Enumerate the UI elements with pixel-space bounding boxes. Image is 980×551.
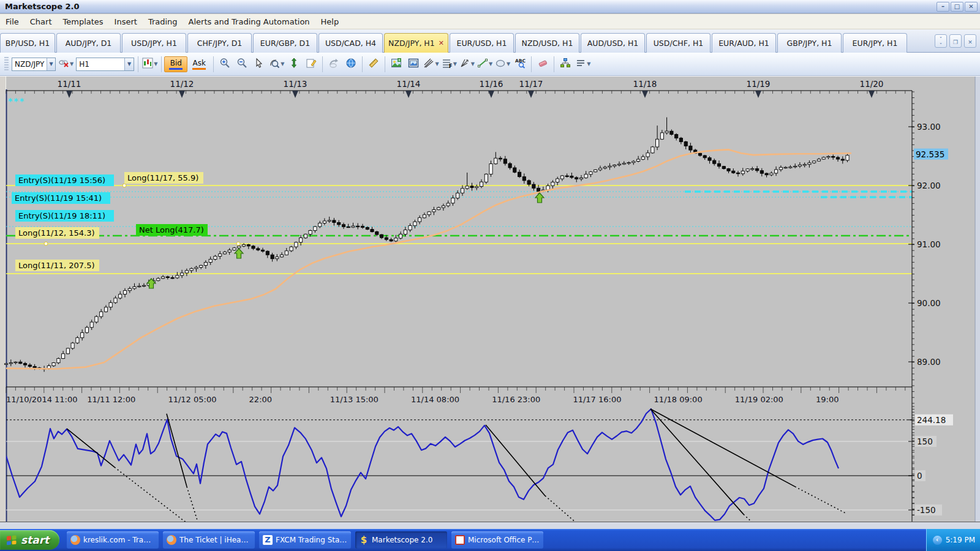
menu-bar: FileChartTemplatesInsertTradingAlerts an… <box>0 14 980 29</box>
line-anchor-icon[interactable] <box>44 242 48 246</box>
task-marketscope-2-0[interactable]: $Marketscope 2.0 <box>355 531 447 549</box>
tab-scroll-icon[interactable]: ˅˅ <box>935 34 947 48</box>
unlink-button[interactable]: ▼ <box>58 56 74 72</box>
date-label: 11/20 <box>860 79 884 89</box>
tab-bp-usd-h1[interactable]: BP/USD, H1 <box>0 33 55 53</box>
trendline-button[interactable]: ▼ <box>477 56 493 72</box>
chevron-down-icon[interactable]: ▼ <box>47 58 55 70</box>
trade-label-text: Entry(S)(11/19 15:41) <box>15 193 102 203</box>
price-tick-label: 89.00 <box>917 357 941 367</box>
menu-insert[interactable]: Insert <box>109 15 143 28</box>
toolbar-separator <box>385 56 385 72</box>
chevron-down-icon[interactable]: ▼ <box>471 61 475 67</box>
tab-close-icon[interactable]: ✕ <box>439 39 444 47</box>
tab-eur-jpy-h1[interactable]: EUR/JPY, H1 <box>843 33 907 53</box>
start-button[interactable]: start <box>0 530 59 550</box>
maximize-button[interactable]: □ <box>951 2 963 12</box>
symbol-select-value: NZD/JPY <box>12 60 47 69</box>
menu-chart[interactable]: Chart <box>24 15 58 28</box>
chevron-down-icon[interactable]: ▼ <box>124 58 134 70</box>
tab-eur-usd-h1[interactable]: EUR/USD, H1 <box>450 33 514 53</box>
time-tick-label: 11/10/2014 11:00 <box>6 395 78 404</box>
toolbar-grip[interactable] <box>4 57 9 72</box>
tab-aud-usd-h1[interactable]: AUD/USD, H1 <box>581 33 645 53</box>
chevron-down-icon[interactable]: ▼ <box>587 61 590 67</box>
chevron-down-icon[interactable]: ▼ <box>154 61 157 67</box>
symbol-select[interactable]: NZD/JPY▼ <box>12 58 56 71</box>
title-bar[interactable]: Marketscope 2.0 –□✕ <box>0 0 980 13</box>
tab-usd-cad-h4[interactable]: USD/CAD, H4 <box>318 33 383 53</box>
ellipse-button[interactable]: ▼ <box>494 56 511 72</box>
menu-templates[interactable]: Templates <box>58 15 109 28</box>
globe-button[interactable] <box>343 56 359 72</box>
tab-extra-buttons: ˅˅❐✕ <box>935 34 976 48</box>
annotate-button[interactable] <box>303 56 319 72</box>
tab-label: USD/JPY, H1 <box>131 39 177 48</box>
line-anchor-icon[interactable] <box>236 242 240 246</box>
tab-chf-jpy-d1[interactable]: CHF/JPY, D1 <box>187 33 252 53</box>
zoom-box-button[interactable]: ▼ <box>268 56 285 72</box>
tray-collapse-icon[interactable]: ‹ <box>933 536 942 545</box>
time-tick-label: 11/16 23:00 <box>492 395 540 404</box>
chevron-down-icon[interactable]: ▼ <box>489 61 492 67</box>
structure-button[interactable] <box>557 56 573 72</box>
menu-help[interactable]: Help <box>315 15 345 28</box>
tab-label: NZD/JPY, H1 <box>388 39 435 48</box>
close-button[interactable]: ✕ <box>965 2 978 12</box>
chart-svg[interactable]: 11/1111/1211/1311/1411/1611/1711/1811/19… <box>0 76 980 522</box>
list-button[interactable]: ▼ <box>575 56 591 72</box>
arrow-fork-button[interactable]: ▼ <box>459 56 475 72</box>
ruler-button[interactable] <box>366 56 382 72</box>
zoom-in-button[interactable] <box>217 56 233 72</box>
restore-chart-icon[interactable]: ❐ <box>949 34 962 48</box>
close-chart-icon[interactable]: ✕ <box>964 34 976 48</box>
window-left-edge <box>0 76 6 522</box>
trade-label-text: Long(11/12, 154.3) <box>18 228 95 238</box>
tab-usd-jpy-h1[interactable]: USD/JPY, H1 <box>122 33 186 53</box>
task-kreslik-com-traders-[interactable]: kreslik.com - Traders ... <box>67 531 159 549</box>
fibonacci-icon: F <box>442 58 453 71</box>
ruler-icon <box>368 58 379 71</box>
pitchfork-button[interactable]: ▼ <box>423 56 439 72</box>
menu-alerts-and-trading-automation[interactable]: Alerts and Trading Automation <box>183 15 315 28</box>
tab-eur-gbp-d1[interactable]: EUR/GBP, D1 <box>253 33 317 53</box>
tab-usd-chf-h1[interactable]: USD/CHF, H1 <box>646 33 710 53</box>
toolbar-separator <box>138 56 138 72</box>
time-tick-label: 11/19 02:00 <box>735 395 783 404</box>
chart-type-button[interactable]: ▼ <box>141 56 158 72</box>
ask-button[interactable]: Ask <box>187 56 211 72</box>
text-abc-button[interactable]: ABC <box>512 56 528 72</box>
chart-area[interactable]: 11/1111/1211/1311/1411/1611/1711/1811/19… <box>0 76 980 522</box>
task-label: kreslik.com - Traders ... <box>83 536 155 544</box>
pitchfork-icon <box>423 58 434 71</box>
image-frame-button[interactable] <box>405 56 421 72</box>
chevron-down-icon[interactable]: ▼ <box>70 61 74 67</box>
fit-vertical-button[interactable] <box>286 56 302 72</box>
fibonacci-button[interactable]: F▼ <box>441 56 458 72</box>
period-select[interactable]: H1▼ <box>76 58 134 71</box>
time-tick-label: 11/13 15:00 <box>330 395 379 404</box>
tab-nzd-usd-h1[interactable]: NZD/USD, H1 <box>515 33 579 53</box>
redo-eye-button[interactable] <box>326 56 342 72</box>
tab-aud-jpy-d1[interactable]: AUD/JPY, D1 <box>56 33 121 53</box>
date-label: 11/11 <box>58 79 81 89</box>
chevron-down-icon[interactable]: ▼ <box>507 61 510 67</box>
zoom-out-button[interactable] <box>234 56 250 72</box>
image-button[interactable] <box>388 56 404 72</box>
tab-eur-aud-h1[interactable]: EUR/AUD, H1 <box>712 33 776 53</box>
line-anchor-icon[interactable] <box>123 184 126 187</box>
chevron-down-icon[interactable]: ▼ <box>453 61 457 67</box>
task-fxcm-trading-station[interactable]: ZFXCM Trading Station <box>259 531 351 549</box>
eraser-button[interactable] <box>535 56 551 72</box>
chevron-down-icon[interactable]: ▼ <box>435 61 439 67</box>
tab-gbp-jpy-h1[interactable]: GBP/JPY, H1 <box>777 33 842 53</box>
task-the-ticket-iheartra-[interactable]: The Ticket | iHeartRa... <box>163 531 255 549</box>
task-microsoft-office-pictu-[interactable]: Microsoft Office Pictu... <box>451 531 543 549</box>
menu-file[interactable]: File <box>0 15 24 28</box>
pointer-button[interactable] <box>251 56 267 72</box>
bid-button[interactable]: Bid <box>164 56 187 72</box>
menu-trading[interactable]: Trading <box>143 15 183 28</box>
chevron-down-icon[interactable]: ▼ <box>281 61 284 67</box>
minimize-button[interactable]: – <box>937 2 949 12</box>
tab-nzd-jpy-h1[interactable]: NZD/JPY, H1✕ <box>384 33 448 53</box>
